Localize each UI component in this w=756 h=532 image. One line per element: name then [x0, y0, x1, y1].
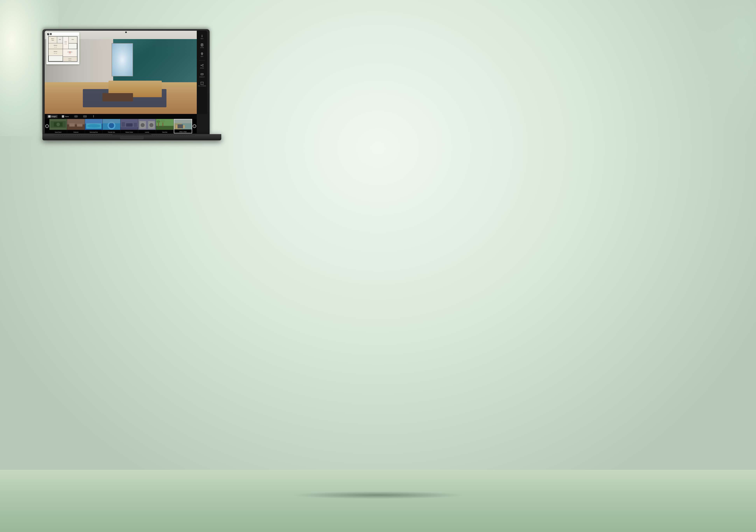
thumbnail-bed-bath[interactable]: 2 Bed | 2 Bath — [174, 119, 192, 133]
thumbnail-next-btn[interactable]: › — [192, 119, 197, 133]
vr-btn[interactable] — [73, 115, 79, 118]
key — [142, 135, 144, 136]
svg-line-42 — [201, 65, 202, 65]
key — [54, 135, 56, 136]
toolbar-images-btn[interactable]: Images — [47, 115, 58, 118]
key — [163, 135, 165, 136]
toolbar-tours-btn[interactable]: Tours — [61, 115, 70, 118]
svg-text:Bath: Bath — [59, 39, 61, 40]
thumb-img-clubroom — [67, 119, 85, 130]
key — [71, 135, 73, 136]
screen-content: ✕ — [45, 31, 207, 133]
images-icon — [48, 115, 51, 118]
svg-text:Walk-In: Walk-In — [51, 38, 54, 39]
svg-point-50 — [76, 116, 77, 117]
thumb-img-dogpark — [156, 119, 174, 130]
key — [129, 135, 131, 136]
expand-icon[interactable]: ✕ — [47, 33, 49, 35]
sidebar-fullscreen-label: FULL SCREEN — [198, 85, 206, 87]
svg-point-87 — [161, 120, 165, 123]
key — [135, 135, 137, 136]
svg-rect-72 — [122, 122, 125, 127]
thumb-img-laundry — [138, 119, 156, 130]
thumb-img-fitness — [121, 119, 138, 130]
key — [93, 135, 94, 136]
key — [73, 135, 75, 136]
svg-text:Bedroom: Bedroom — [54, 51, 57, 52]
key — [182, 135, 184, 136]
accessibility-btn[interactable] — [91, 115, 96, 118]
svg-point-31 — [69, 52, 70, 53]
key — [174, 135, 176, 136]
contact-icon — [200, 72, 204, 76]
key — [131, 135, 133, 136]
key — [78, 135, 80, 136]
svg-rect-52 — [84, 116, 85, 117]
svg-point-58 — [56, 123, 60, 126]
key — [58, 135, 60, 136]
thumbnail-prev-btn[interactable]: ‹ — [45, 119, 49, 133]
key — [110, 135, 112, 136]
thumbnail-dog-park[interactable]: Dog Park — [156, 119, 174, 133]
key — [82, 135, 84, 136]
tour-main-view[interactable]: ✕ — [45, 31, 197, 114]
key — [144, 135, 146, 136]
thumbnail-game-room[interactable]: Game Room — [49, 119, 67, 133]
sidebar-item-info[interactable]: INFO — [200, 33, 204, 40]
sidebar-item-map[interactable]: MAP — [200, 51, 204, 58]
svg-point-69 — [109, 123, 114, 128]
floorplan-overlay[interactable]: ✕ — [46, 32, 79, 64]
svg-text:Balcony: Balcony — [68, 60, 71, 61]
svg-point-39 — [201, 65, 201, 66]
svg-text:13 x 11: 13 x 11 — [68, 53, 71, 54]
svg-rect-61 — [69, 123, 75, 126]
key — [108, 135, 109, 136]
view-360-btn[interactable] — [82, 115, 88, 118]
svg-text:9'9" x 9'9": 9'9" x 9'9" — [54, 53, 57, 54]
key — [176, 135, 178, 136]
thumb-img-spa — [103, 119, 120, 130]
key — [146, 135, 148, 136]
thumbnail-laundry[interactable]: Laundry — [138, 119, 156, 133]
key — [75, 135, 77, 136]
sidebar-info-label: INFO — [201, 38, 203, 39]
laptop-lid-outer: ✕ — [42, 29, 210, 134]
svg-point-80 — [149, 123, 154, 127]
key — [178, 135, 180, 136]
tour-toolbar: Images Tours — [45, 114, 197, 119]
laptop-lid: ✕ — [42, 29, 210, 134]
sidebar-item-fullscreen[interactable]: FULL SCREEN — [197, 80, 207, 88]
map-icon — [200, 52, 204, 56]
svg-rect-53 — [85, 116, 86, 117]
key — [61, 135, 63, 136]
key — [161, 135, 163, 136]
key — [150, 135, 152, 136]
thumbnail-fitness-center[interactable]: Fitness Center — [121, 119, 138, 133]
thumb-label-fitness: Fitness Center — [121, 131, 138, 133]
thumbnail-swimming-pool[interactable]: Swimming Pool — [85, 119, 103, 133]
svg-text:Entry: Entry — [72, 39, 74, 40]
key — [189, 135, 191, 136]
svg-point-32 — [202, 35, 202, 36]
key — [69, 135, 71, 136]
svg-text:Fireplace: Fireplace — [68, 58, 71, 59]
fullscreen-icon — [200, 81, 204, 85]
key — [125, 135, 126, 136]
svg-rect-70 — [103, 119, 120, 123]
sidebar-separator-1 — [199, 60, 205, 61]
sidebar-contact-label: CONTACT — [199, 76, 205, 78]
svg-rect-48 — [74, 116, 78, 117]
thumbnail-poolside-spa[interactable]: Poolside Spa — [103, 119, 121, 133]
sidebar-item-share[interactable]: SHARE — [199, 63, 205, 70]
sidebar-item-lease[interactable]: LEASE — [199, 42, 204, 49]
floorplan-image: Bath Walk-In Closet Dining — [47, 35, 79, 63]
key — [159, 135, 161, 136]
svg-rect-66 — [85, 119, 102, 124]
thumbnail-clubroom[interactable]: Clubroom — [67, 119, 85, 133]
fullscreen-fp-icon[interactable] — [50, 33, 52, 35]
sidebar-item-contact[interactable]: CONTACT — [199, 71, 205, 79]
key — [165, 135, 167, 136]
svg-line-43 — [201, 66, 202, 66]
laptop-trackpad[interactable] — [120, 136, 144, 139]
sidebar-lease-label: LEASE — [200, 47, 204, 48]
